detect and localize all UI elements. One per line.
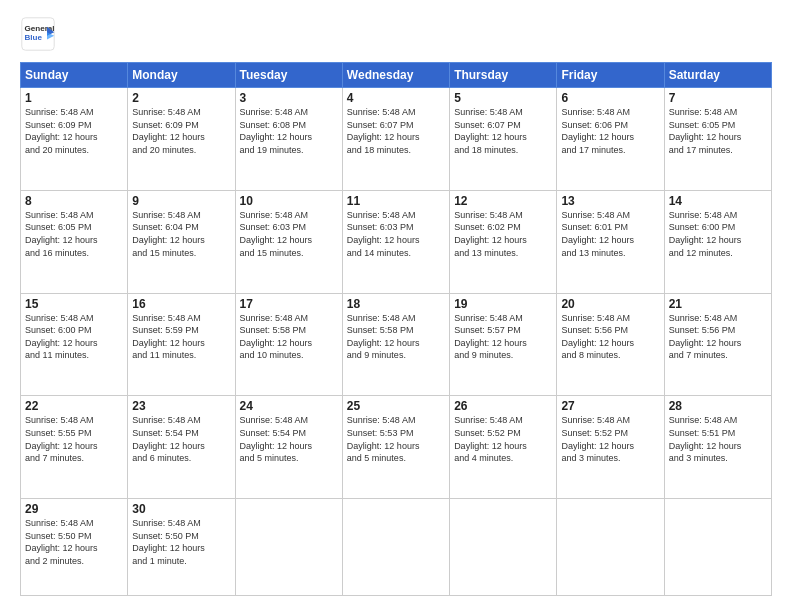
day-cell-21: 21Sunrise: 5:48 AMSunset: 5:56 PMDayligh… bbox=[664, 293, 771, 396]
day-info: Sunrise: 5:48 AMSunset: 6:03 PMDaylight:… bbox=[347, 209, 445, 259]
day-number: 6 bbox=[561, 91, 659, 105]
day-number: 29 bbox=[25, 502, 123, 516]
day-number: 27 bbox=[561, 399, 659, 413]
week-row-0: 1Sunrise: 5:48 AMSunset: 6:09 PMDaylight… bbox=[21, 88, 772, 191]
day-cell-27: 27Sunrise: 5:48 AMSunset: 5:52 PMDayligh… bbox=[557, 396, 664, 499]
day-number: 16 bbox=[132, 297, 230, 311]
day-cell-6: 6Sunrise: 5:48 AMSunset: 6:06 PMDaylight… bbox=[557, 88, 664, 191]
day-number: 28 bbox=[669, 399, 767, 413]
day-number: 4 bbox=[347, 91, 445, 105]
day-info: Sunrise: 5:48 AMSunset: 6:03 PMDaylight:… bbox=[240, 209, 338, 259]
page: General Blue Sunday Monday Tuesday Wedne… bbox=[0, 0, 792, 612]
day-info: Sunrise: 5:48 AMSunset: 6:01 PMDaylight:… bbox=[561, 209, 659, 259]
day-cell-28: 28Sunrise: 5:48 AMSunset: 5:51 PMDayligh… bbox=[664, 396, 771, 499]
day-number: 25 bbox=[347, 399, 445, 413]
col-thursday: Thursday bbox=[450, 63, 557, 88]
day-info: Sunrise: 5:48 AMSunset: 5:59 PMDaylight:… bbox=[132, 312, 230, 362]
day-info: Sunrise: 5:48 AMSunset: 6:04 PMDaylight:… bbox=[132, 209, 230, 259]
day-number: 3 bbox=[240, 91, 338, 105]
day-number: 24 bbox=[240, 399, 338, 413]
day-info: Sunrise: 5:48 AMSunset: 6:00 PMDaylight:… bbox=[669, 209, 767, 259]
day-info: Sunrise: 5:48 AMSunset: 6:09 PMDaylight:… bbox=[132, 106, 230, 156]
day-info: Sunrise: 5:48 AMSunset: 6:07 PMDaylight:… bbox=[454, 106, 552, 156]
day-cell-7: 7Sunrise: 5:48 AMSunset: 6:05 PMDaylight… bbox=[664, 88, 771, 191]
day-cell-23: 23Sunrise: 5:48 AMSunset: 5:54 PMDayligh… bbox=[128, 396, 235, 499]
day-number: 2 bbox=[132, 91, 230, 105]
day-info: Sunrise: 5:48 AMSunset: 5:50 PMDaylight:… bbox=[132, 517, 230, 567]
day-number: 23 bbox=[132, 399, 230, 413]
day-cell-9: 9Sunrise: 5:48 AMSunset: 6:04 PMDaylight… bbox=[128, 190, 235, 293]
day-number: 11 bbox=[347, 194, 445, 208]
day-number: 8 bbox=[25, 194, 123, 208]
day-info: Sunrise: 5:48 AMSunset: 6:07 PMDaylight:… bbox=[347, 106, 445, 156]
day-info: Sunrise: 5:48 AMSunset: 6:00 PMDaylight:… bbox=[25, 312, 123, 362]
empty-cell bbox=[342, 499, 449, 596]
day-cell-18: 18Sunrise: 5:48 AMSunset: 5:58 PMDayligh… bbox=[342, 293, 449, 396]
day-info: Sunrise: 5:48 AMSunset: 6:06 PMDaylight:… bbox=[561, 106, 659, 156]
day-cell-5: 5Sunrise: 5:48 AMSunset: 6:07 PMDaylight… bbox=[450, 88, 557, 191]
svg-text:Blue: Blue bbox=[25, 33, 43, 42]
day-number: 14 bbox=[669, 194, 767, 208]
col-monday: Monday bbox=[128, 63, 235, 88]
day-cell-26: 26Sunrise: 5:48 AMSunset: 5:52 PMDayligh… bbox=[450, 396, 557, 499]
col-sunday: Sunday bbox=[21, 63, 128, 88]
logo-icon: General Blue bbox=[20, 16, 56, 52]
day-number: 1 bbox=[25, 91, 123, 105]
col-friday: Friday bbox=[557, 63, 664, 88]
day-number: 20 bbox=[561, 297, 659, 311]
day-cell-12: 12Sunrise: 5:48 AMSunset: 6:02 PMDayligh… bbox=[450, 190, 557, 293]
col-tuesday: Tuesday bbox=[235, 63, 342, 88]
day-cell-30: 30Sunrise: 5:48 AMSunset: 5:50 PMDayligh… bbox=[128, 499, 235, 596]
day-cell-2: 2Sunrise: 5:48 AMSunset: 6:09 PMDaylight… bbox=[128, 88, 235, 191]
day-cell-17: 17Sunrise: 5:48 AMSunset: 5:58 PMDayligh… bbox=[235, 293, 342, 396]
day-info: Sunrise: 5:48 AMSunset: 6:05 PMDaylight:… bbox=[25, 209, 123, 259]
day-number: 17 bbox=[240, 297, 338, 311]
day-number: 15 bbox=[25, 297, 123, 311]
day-info: Sunrise: 5:48 AMSunset: 5:55 PMDaylight:… bbox=[25, 414, 123, 464]
day-cell-25: 25Sunrise: 5:48 AMSunset: 5:53 PMDayligh… bbox=[342, 396, 449, 499]
day-number: 21 bbox=[669, 297, 767, 311]
day-cell-19: 19Sunrise: 5:48 AMSunset: 5:57 PMDayligh… bbox=[450, 293, 557, 396]
day-cell-13: 13Sunrise: 5:48 AMSunset: 6:01 PMDayligh… bbox=[557, 190, 664, 293]
day-number: 9 bbox=[132, 194, 230, 208]
day-cell-1: 1Sunrise: 5:48 AMSunset: 6:09 PMDaylight… bbox=[21, 88, 128, 191]
day-info: Sunrise: 5:48 AMSunset: 5:50 PMDaylight:… bbox=[25, 517, 123, 567]
day-cell-16: 16Sunrise: 5:48 AMSunset: 5:59 PMDayligh… bbox=[128, 293, 235, 396]
day-number: 18 bbox=[347, 297, 445, 311]
day-info: Sunrise: 5:48 AMSunset: 6:08 PMDaylight:… bbox=[240, 106, 338, 156]
empty-cell bbox=[557, 499, 664, 596]
col-wednesday: Wednesday bbox=[342, 63, 449, 88]
day-number: 26 bbox=[454, 399, 552, 413]
day-number: 10 bbox=[240, 194, 338, 208]
day-cell-14: 14Sunrise: 5:48 AMSunset: 6:00 PMDayligh… bbox=[664, 190, 771, 293]
day-cell-10: 10Sunrise: 5:48 AMSunset: 6:03 PMDayligh… bbox=[235, 190, 342, 293]
day-number: 19 bbox=[454, 297, 552, 311]
week-row-2: 15Sunrise: 5:48 AMSunset: 6:00 PMDayligh… bbox=[21, 293, 772, 396]
header: General Blue bbox=[20, 16, 772, 52]
day-cell-24: 24Sunrise: 5:48 AMSunset: 5:54 PMDayligh… bbox=[235, 396, 342, 499]
week-row-1: 8Sunrise: 5:48 AMSunset: 6:05 PMDaylight… bbox=[21, 190, 772, 293]
day-number: 13 bbox=[561, 194, 659, 208]
day-cell-11: 11Sunrise: 5:48 AMSunset: 6:03 PMDayligh… bbox=[342, 190, 449, 293]
day-number: 22 bbox=[25, 399, 123, 413]
logo: General Blue bbox=[20, 16, 56, 52]
day-number: 12 bbox=[454, 194, 552, 208]
empty-cell bbox=[235, 499, 342, 596]
day-cell-15: 15Sunrise: 5:48 AMSunset: 6:00 PMDayligh… bbox=[21, 293, 128, 396]
day-info: Sunrise: 5:48 AMSunset: 5:53 PMDaylight:… bbox=[347, 414, 445, 464]
day-cell-3: 3Sunrise: 5:48 AMSunset: 6:08 PMDaylight… bbox=[235, 88, 342, 191]
day-info: Sunrise: 5:48 AMSunset: 6:05 PMDaylight:… bbox=[669, 106, 767, 156]
day-info: Sunrise: 5:48 AMSunset: 5:58 PMDaylight:… bbox=[347, 312, 445, 362]
day-cell-4: 4Sunrise: 5:48 AMSunset: 6:07 PMDaylight… bbox=[342, 88, 449, 191]
day-number: 30 bbox=[132, 502, 230, 516]
day-number: 7 bbox=[669, 91, 767, 105]
day-info: Sunrise: 5:48 AMSunset: 5:54 PMDaylight:… bbox=[132, 414, 230, 464]
day-info: Sunrise: 5:48 AMSunset: 5:54 PMDaylight:… bbox=[240, 414, 338, 464]
day-number: 5 bbox=[454, 91, 552, 105]
calendar: Sunday Monday Tuesday Wednesday Thursday… bbox=[20, 62, 772, 596]
day-info: Sunrise: 5:48 AMSunset: 6:02 PMDaylight:… bbox=[454, 209, 552, 259]
day-cell-22: 22Sunrise: 5:48 AMSunset: 5:55 PMDayligh… bbox=[21, 396, 128, 499]
day-info: Sunrise: 5:48 AMSunset: 5:57 PMDaylight:… bbox=[454, 312, 552, 362]
week-row-3: 22Sunrise: 5:48 AMSunset: 5:55 PMDayligh… bbox=[21, 396, 772, 499]
col-saturday: Saturday bbox=[664, 63, 771, 88]
